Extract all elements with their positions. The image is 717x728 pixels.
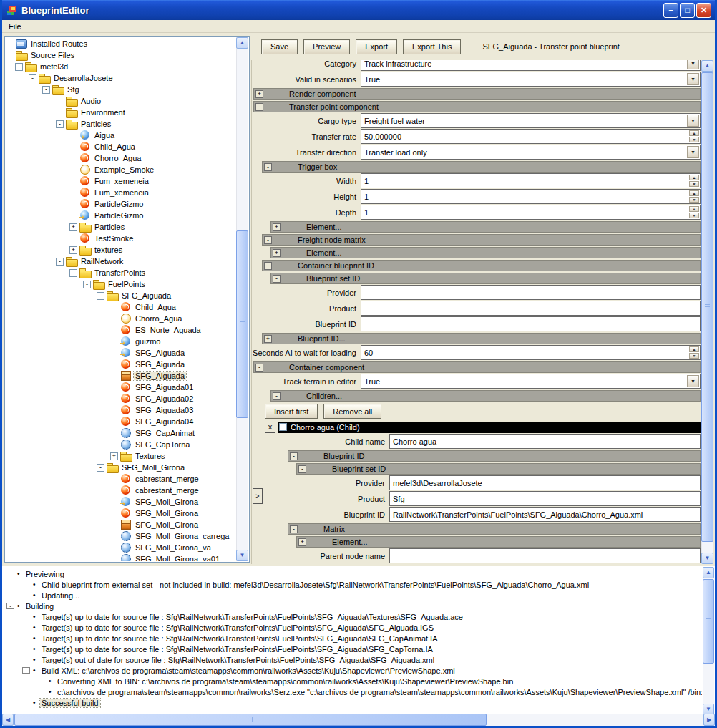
collapse-icon[interactable]: - — [273, 275, 281, 283]
menu-item-file[interactable]: File — [2, 21, 28, 31]
collapse-icon[interactable]: - — [29, 74, 36, 82]
tree-item[interactable]: Aigua — [6, 130, 236, 141]
expand-icon[interactable]: + — [264, 335, 272, 343]
collapse-icon[interactable]: - — [264, 236, 272, 244]
maximize-button[interactable]: □ — [680, 3, 695, 18]
tree-item[interactable]: SFG_Aiguada03 — [6, 404, 236, 416]
collapse-icon[interactable]: - — [97, 464, 104, 472]
log-line[interactable]: •Successful build — [4, 697, 702, 708]
tree-item[interactable]: Source Files — [6, 49, 236, 61]
expand-icon[interactable]: + — [273, 249, 281, 257]
collapse-icon[interactable]: - — [273, 392, 281, 400]
export-this-button[interactable]: Export This — [403, 39, 461, 54]
child-nav-button[interactable]: > — [253, 488, 263, 504]
remove-child-button[interactable]: X — [265, 422, 275, 433]
tree-scrollbar[interactable]: ▲ ▼ — [236, 37, 248, 561]
text-field[interactable] — [361, 316, 701, 331]
spin-up-icon[interactable]: ▲ — [689, 346, 699, 352]
spinner-control[interactable]: ▲▼ — [689, 206, 699, 218]
collapse-icon[interactable]: - — [56, 120, 64, 128]
tree-item[interactable]: cabrestant_merge — [6, 473, 236, 485]
tree-item[interactable]: Installed Routes — [6, 38, 236, 49]
tree-item[interactable]: cabrestant_merge — [6, 485, 236, 496]
spin-up-icon[interactable]: ▲ — [689, 190, 699, 196]
collapse-icon[interactable]: - — [279, 423, 287, 431]
tree-item[interactable]: -Sfg — [6, 84, 236, 95]
log-line[interactable]: •Target(s) up to date for source file : … — [4, 644, 702, 654]
tree-item[interactable]: Child_Agua — [6, 141, 236, 152]
dropdown-field[interactable]: Freight fuel water▼ — [361, 113, 701, 128]
spin-down-icon[interactable]: ▼ — [689, 197, 699, 203]
scroll-left-icon[interactable]: ◀ — [2, 714, 14, 726]
tree-item[interactable]: TestSmoke — [6, 233, 236, 244]
tree-item[interactable]: +Textures — [6, 450, 236, 462]
child-entry-header[interactable]: -Chorro agua (Child) — [278, 422, 701, 433]
dropdown-field[interactable]: True▼ — [361, 72, 701, 87]
number-field[interactable]: 60▲▼ — [361, 345, 701, 360]
text-field[interactable]: Chorro agua — [389, 434, 701, 449]
log-line[interactable]: •Child blueprint from external set - not… — [4, 579, 702, 590]
tree-item[interactable]: -SFG_Moll_Girona — [6, 462, 236, 473]
tree-item[interactable]: -mefel3d — [6, 61, 236, 72]
tree-item[interactable]: guizmo — [6, 336, 236, 347]
scroll-up-icon[interactable]: ▲ — [701, 60, 713, 72]
tree-item[interactable]: SFG_Aiguada02 — [6, 393, 236, 404]
log-horizontal-scrollbar[interactable]: ◀ ▶ — [2, 714, 715, 726]
tree-item[interactable]: SFG_Moll_Girona — [6, 519, 236, 530]
collapse-icon[interactable]: - — [22, 667, 30, 674]
export-button[interactable]: Export — [356, 39, 397, 54]
preview-button[interactable]: Preview — [303, 39, 350, 54]
expand-icon[interactable]: + — [110, 452, 118, 460]
tree-item[interactable]: -DesarrollaJosete — [6, 72, 236, 84]
spin-up-icon[interactable]: ▲ — [689, 206, 699, 212]
tree-item[interactable]: SFG_CapTorna — [6, 439, 236, 450]
close-button[interactable]: ✕ — [696, 3, 711, 18]
spinner-control[interactable]: ▲▼ — [689, 190, 699, 203]
text-field[interactable]: mefel3d\DesarrollaJosete — [389, 475, 701, 490]
scroll-up-icon[interactable]: ▲ — [703, 567, 714, 578]
tree-item[interactable]: SFG_Moll_Girona — [6, 508, 236, 519]
number-field[interactable]: 1▲▼ — [361, 173, 701, 188]
remove-all-button[interactable]: Remove all — [323, 404, 381, 419]
scrollbar-thumb[interactable] — [703, 579, 714, 664]
spin-up-icon[interactable]: ▲ — [689, 130, 699, 136]
collapse-icon[interactable]: - — [290, 452, 298, 460]
tree-item[interactable]: SFG_Aiguada — [6, 359, 236, 370]
tree-item[interactable]: Environment — [6, 107, 236, 118]
tree-item[interactable]: +Particles — [6, 221, 236, 233]
log-line[interactable]: -•Building — [4, 601, 702, 611]
text-field[interactable]: Sfg — [389, 491, 701, 506]
dropdown-field[interactable]: True▼ — [361, 374, 701, 389]
log-line[interactable]: •Previewing — [4, 568, 702, 579]
log-line[interactable]: •Target(s) up to date for source file : … — [4, 633, 702, 644]
collapse-icon[interactable]: - — [56, 258, 64, 266]
chevron-down-icon[interactable]: ▼ — [687, 375, 699, 387]
spin-down-icon[interactable]: ▼ — [689, 213, 699, 218]
tree-item[interactable]: Child_Agua — [6, 301, 236, 313]
tree-item[interactable]: SFG_Moll_Girona_va — [6, 542, 236, 553]
collapse-icon[interactable]: - — [69, 269, 77, 277]
log-line[interactable]: -•Build XML: c:\archivos de programa\ste… — [4, 665, 702, 676]
spin-down-icon[interactable]: ▼ — [689, 137, 699, 142]
text-field[interactable] — [389, 548, 701, 563]
scroll-down-icon[interactable]: ▼ — [701, 553, 713, 564]
text-field[interactable]: RailNetwork\TransferPoints\FuelPoints\SF… — [389, 507, 701, 522]
collapse-icon[interactable]: - — [290, 525, 298, 533]
dropdown-field[interactable]: Track infrastructure▼ — [361, 60, 701, 71]
log-line[interactable]: •Updating... — [4, 590, 702, 601]
log-line[interactable]: •Target(s) up to date for source file : … — [4, 622, 702, 633]
collapse-icon[interactable]: - — [255, 103, 263, 111]
collapse-icon[interactable]: - — [298, 465, 306, 473]
text-field[interactable] — [361, 285, 701, 300]
minimize-button[interactable]: – — [663, 3, 678, 18]
log-line[interactable]: •Target(s) up to date for source file : … — [4, 611, 702, 622]
chevron-down-icon[interactable]: ▼ — [687, 115, 699, 127]
log-line[interactable]: •Target(s) out of date for source file :… — [4, 654, 702, 665]
spin-down-icon[interactable]: ▼ — [689, 353, 699, 359]
scroll-up-icon[interactable]: ▲ — [236, 37, 248, 49]
tree-item[interactable]: Example_Smoke — [6, 164, 236, 175]
log-line[interactable]: •Converting XML to BIN: c:\archivos de p… — [4, 676, 702, 686]
collapse-icon[interactable]: - — [97, 292, 104, 300]
scroll-right-icon[interactable]: ▶ — [703, 714, 715, 726]
tree-item[interactable]: -RailNetwork — [6, 256, 236, 267]
